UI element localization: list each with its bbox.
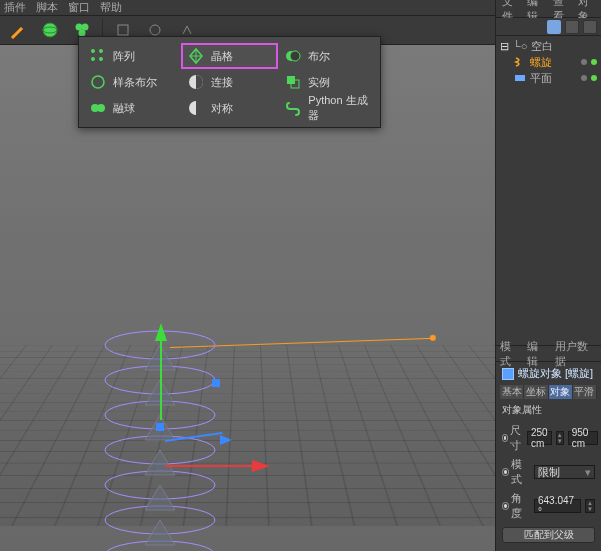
attr-menu: 模式 编辑 用户数据: [496, 346, 601, 362]
svg-point-19: [290, 51, 300, 61]
radio-icon[interactable]: [502, 502, 509, 510]
svg-point-3: [82, 24, 89, 31]
prop-angle: 角度 643.047 ° ▲▼: [496, 489, 601, 523]
right-dock: 文件 编辑 查看 对象 ⊟ └○ 空白 螺旋 平面: [495, 0, 601, 551]
generator-label: 连接: [211, 75, 233, 90]
generator-label: 实例: [308, 75, 330, 90]
generator-lattice[interactable]: 晶格: [181, 43, 279, 69]
svg-point-0: [43, 23, 57, 37]
attr-menu-item[interactable]: 模式: [500, 339, 521, 369]
mode-dropdown[interactable]: 限制▾: [534, 465, 595, 479]
object-manager-empty: [496, 90, 601, 345]
svg-point-15: [99, 49, 103, 53]
om-search-icon[interactable]: [565, 20, 579, 34]
boole-icon: [284, 47, 302, 65]
render-dot-icon[interactable]: [591, 75, 597, 81]
section-title: 对象属性: [496, 399, 601, 421]
menu-item[interactable]: 脚本: [36, 0, 58, 15]
hierarchy-item-helix[interactable]: 螺旋: [500, 54, 597, 70]
svg-point-14: [91, 49, 95, 53]
connect-icon: [187, 73, 205, 91]
prop-label: 尺寸: [502, 423, 523, 453]
menu-item[interactable]: 插件: [4, 0, 26, 15]
generator-python[interactable]: Python 生成器: [278, 95, 376, 121]
metaball-icon: [89, 99, 107, 117]
expand-toggle-icon[interactable]: ⊟: [500, 40, 509, 53]
size-a-input[interactable]: 250 cm: [527, 431, 552, 445]
lattice-icon: [187, 47, 205, 65]
object-manager-menu: 文件 编辑 查看 对象: [496, 0, 601, 18]
generator-metaball[interactable]: 融球: [83, 95, 181, 121]
svg-point-2: [76, 24, 83, 31]
spinner-icon[interactable]: ▲▼: [585, 499, 595, 513]
hierarchy-item-plane[interactable]: 平面: [500, 70, 597, 86]
radio-icon[interactable]: [502, 468, 509, 476]
tab-coord[interactable]: 坐标: [524, 385, 548, 399]
object-label: 平面: [530, 71, 552, 86]
generator-array[interactable]: 阵列: [83, 43, 181, 69]
helix-icon: [514, 56, 526, 68]
object-type-icon: [502, 368, 514, 380]
svg-rect-26: [515, 75, 525, 81]
floor-grid: [0, 345, 495, 526]
size-b-input[interactable]: 950 cm: [568, 431, 598, 445]
plane-icon: [514, 72, 526, 84]
generator-instance[interactable]: 实例: [278, 69, 376, 95]
generator-boole[interactable]: 布尔: [278, 43, 376, 69]
array-icon: [89, 47, 107, 65]
generator-label: 对称: [211, 101, 233, 116]
prop-label: 模式: [502, 457, 530, 487]
tab-basic[interactable]: 基本: [500, 385, 524, 399]
scale-handle-icon[interactable]: [156, 423, 164, 431]
visibility-dot-icon[interactable]: [581, 75, 587, 81]
om-eye-icon[interactable]: [583, 20, 597, 34]
python-icon: [284, 99, 302, 117]
svg-point-25: [97, 104, 105, 112]
svg-rect-5: [118, 25, 128, 35]
svg-point-6: [150, 25, 160, 35]
svg-point-16: [91, 57, 95, 61]
axis-y-arrow-icon[interactable]: [155, 323, 167, 341]
object-hierarchy[interactable]: ⊟ └○ 空白 螺旋 平面: [496, 36, 601, 90]
generator-label: 布尔: [308, 49, 330, 64]
prop-mode: 模式 限制▾: [496, 455, 601, 489]
attribute-manager: 模式 编辑 用户数据 螺旋对象 [螺旋] 基本 坐标 对象 平滑 对象属性 尺寸…: [496, 345, 601, 551]
axis-z-arrow-icon[interactable]: [220, 435, 232, 445]
prop-size: 尺寸 250 cm ▲▼ 950 cm: [496, 421, 601, 455]
generator-label: 晶格: [211, 49, 233, 64]
symmetry-icon: [187, 99, 205, 117]
generator-connect[interactable]: 连接: [181, 69, 279, 95]
attr-menu-item[interactable]: 用户数据: [555, 339, 598, 369]
spinner-icon[interactable]: ▲▼: [556, 431, 564, 445]
angle-input[interactable]: 643.047 °: [534, 499, 581, 513]
axis-y-line: [160, 340, 162, 420]
menu-item[interactable]: 窗口: [68, 0, 90, 15]
om-filter-icon[interactable]: [547, 20, 561, 34]
attr-title-text: 螺旋对象 [螺旋]: [518, 366, 593, 381]
fit-to-parent-button[interactable]: 匹配到父级: [502, 527, 595, 543]
tool-pen-icon[interactable]: [4, 17, 32, 43]
svg-point-20: [92, 76, 104, 88]
axis-x-line: [165, 465, 253, 467]
render-dot-icon[interactable]: [591, 59, 597, 65]
generator-label: 融球: [113, 101, 135, 116]
tab-object[interactable]: 对象: [549, 385, 573, 399]
generator-label: 阵列: [113, 49, 135, 64]
spline-mask-icon: [89, 73, 107, 91]
menu-item[interactable]: 帮助: [100, 0, 122, 15]
generator-spline-mask[interactable]: 样条布尔: [83, 69, 181, 95]
svg-point-17: [99, 57, 103, 61]
attr-tabs: 基本 坐标 对象 平滑: [496, 385, 601, 399]
hierarchy-item-null[interactable]: ⊟ └○ 空白: [500, 38, 597, 54]
scale-handle-icon[interactable]: [212, 379, 220, 387]
axis-x-arrow-icon[interactable]: [252, 460, 270, 472]
radio-icon[interactable]: [502, 434, 508, 442]
attr-menu-item[interactable]: 编辑: [527, 339, 548, 369]
prop-label: 角度: [502, 491, 530, 521]
visibility-dot-icon[interactable]: [581, 59, 587, 65]
generator-symmetry[interactable]: 对称: [181, 95, 279, 121]
om-toolbar: [496, 18, 601, 36]
tool-sphere-icon[interactable]: [36, 17, 64, 43]
tab-phong[interactable]: 平滑: [573, 385, 597, 399]
null-icon: └○: [513, 40, 527, 52]
